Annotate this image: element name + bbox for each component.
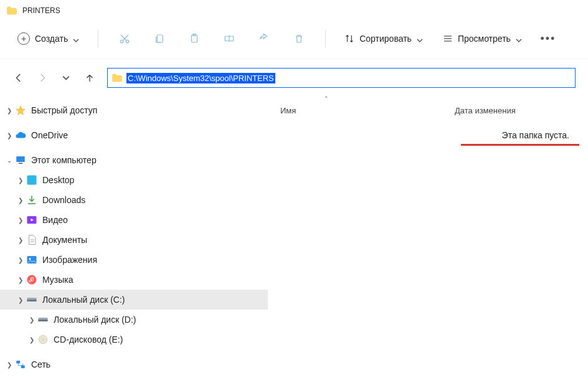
chevron-right-icon: ❯	[16, 216, 25, 224]
toolbar: + Создать Сортировать Просмотреть •••	[0, 21, 588, 59]
tree-label: Desktop	[42, 175, 74, 185]
rename-button[interactable]	[217, 27, 242, 50]
tree-label: CD-дисковод (E:)	[54, 335, 123, 344]
document-icon	[26, 234, 37, 245]
svg-point-11	[29, 258, 31, 260]
svg-rect-2	[157, 35, 163, 42]
nav-tree: ❯ Быстрый доступ ❯ OneDrive ⌄ Этот компь…	[0, 97, 268, 380]
copy-button[interactable]	[147, 27, 172, 50]
navrow: C:\Windows\System32\spool\PRINTERS	[0, 59, 588, 97]
view-icon	[443, 34, 453, 44]
disc-icon	[37, 334, 49, 345]
svg-rect-20	[16, 361, 20, 364]
tree-item-music[interactable]: ❯ Музыка	[0, 270, 268, 290]
chevron-down-icon	[516, 36, 522, 42]
chevron-right-icon: ❯	[16, 176, 25, 184]
sort-indicator-icon: ⌃	[324, 95, 329, 102]
window-title: PRINTERS	[22, 6, 60, 15]
view-button[interactable]: Просмотреть	[438, 31, 527, 46]
drive-icon	[26, 294, 37, 305]
sort-button-label: Сортировать	[359, 34, 412, 44]
chevron-down-icon	[73, 36, 79, 42]
svg-rect-15	[28, 300, 30, 302]
svg-rect-6	[16, 156, 25, 162]
tree-item-pictures[interactable]: ❯ Изображения	[0, 250, 268, 270]
music-icon	[26, 274, 37, 285]
computer-icon	[15, 154, 26, 166]
cloud-icon	[15, 130, 26, 141]
column-header-label: Дата изменения	[455, 106, 516, 115]
separator	[325, 30, 326, 47]
chevron-right-icon: ❯	[16, 295, 25, 304]
svg-point-0	[120, 40, 123, 43]
view-button-label: Просмотреть	[458, 34, 511, 44]
chevron-right-icon: ❯	[16, 275, 25, 284]
tree-item-downloads[interactable]: ❯ Downloads	[0, 190, 268, 210]
svg-point-19	[42, 339, 44, 341]
tree-item-quick-access[interactable]: ❯ Быстрый доступ	[0, 100, 268, 120]
column-header-label: Имя	[280, 106, 296, 115]
plus-icon: +	[17, 32, 30, 45]
tree-item-video[interactable]: ❯ Видео	[0, 210, 268, 230]
svg-rect-21	[21, 366, 25, 369]
tree-item-this-pc[interactable]: ⌄ Этот компьютер	[0, 150, 268, 170]
sort-icon	[344, 34, 354, 44]
body: ❯ Быстрый доступ ❯ OneDrive ⌄ Этот компь…	[0, 97, 588, 380]
tree-label: Этот компьютер	[31, 155, 97, 165]
up-button[interactable]	[83, 72, 96, 84]
tree-item-desktop[interactable]: ❯ Desktop	[0, 170, 268, 190]
tree-label: Изображения	[42, 255, 97, 265]
tree-item-documents[interactable]: ❯ Документы	[0, 230, 268, 250]
tree-label: Локальный диск (D:)	[54, 315, 136, 325]
annotation-underline	[461, 144, 579, 146]
back-button[interactable]	[12, 72, 25, 84]
share-button[interactable]	[252, 27, 277, 50]
network-icon	[15, 359, 26, 370]
chevron-right-icon: ❯	[27, 315, 36, 324]
tree-label: Downloads	[42, 195, 85, 205]
svg-point-12	[27, 275, 37, 285]
column-header-name[interactable]: Имя	[268, 106, 442, 115]
folder-icon	[111, 72, 123, 83]
chevron-right-icon: ❯	[5, 106, 14, 115]
desktop-icon	[26, 174, 37, 186]
chevron-right-icon: ❯	[16, 235, 25, 244]
more-icon: •••	[540, 32, 556, 45]
svg-rect-8	[27, 176, 37, 185]
chevron-right-icon: ❯	[5, 131, 14, 140]
paste-button[interactable]	[182, 27, 207, 50]
delete-button[interactable]	[287, 27, 311, 50]
more-button[interactable]: •••	[537, 27, 559, 50]
recent-button[interactable]	[60, 72, 72, 84]
separator	[98, 30, 98, 47]
chevron-down-icon: ⌄	[5, 156, 14, 164]
tree-label: OneDrive	[31, 130, 68, 140]
tree-label: Сеть	[31, 359, 50, 369]
content-pane: ⌃ Имя Дата изменения Эта папка пуста.	[268, 97, 588, 380]
chevron-right-icon: ❯	[5, 360, 14, 369]
chevron-right-icon: ❯	[27, 335, 36, 344]
star-icon	[15, 105, 26, 116]
tree-item-network[interactable]: ❯ Сеть	[0, 354, 268, 374]
tree-item-drive-d[interactable]: ❯ Локальный диск (D:)	[0, 310, 268, 330]
svg-rect-7	[19, 163, 22, 164]
address-bar[interactable]: C:\Windows\System32\spool\PRINTERS	[107, 68, 576, 88]
chevron-down-icon	[417, 36, 423, 42]
tree-item-onedrive[interactable]: ❯ OneDrive	[0, 125, 268, 145]
tree-label: Документы	[42, 235, 87, 245]
pictures-icon	[26, 254, 37, 265]
new-button-label: Создать	[35, 34, 68, 44]
new-button[interactable]: + Создать	[12, 30, 84, 47]
video-icon	[26, 214, 37, 226]
chevron-right-icon: ❯	[16, 255, 25, 264]
sort-button[interactable]: Сортировать	[339, 31, 428, 46]
chevron-right-icon: ❯	[16, 196, 25, 204]
tree-label: Быстрый доступ	[31, 105, 97, 115]
tree-item-cd-drive[interactable]: ❯ CD-дисковод (E:)	[0, 330, 268, 349]
forward-button[interactable]	[36, 72, 49, 84]
titlebar: PRINTERS	[0, 0, 588, 21]
column-header-date[interactable]: Дата изменения	[442, 106, 516, 115]
svg-point-1	[126, 40, 129, 43]
cut-button[interactable]	[112, 27, 137, 50]
tree-item-drive-c[interactable]: ❯ Локальный диск (C:)	[0, 290, 268, 310]
